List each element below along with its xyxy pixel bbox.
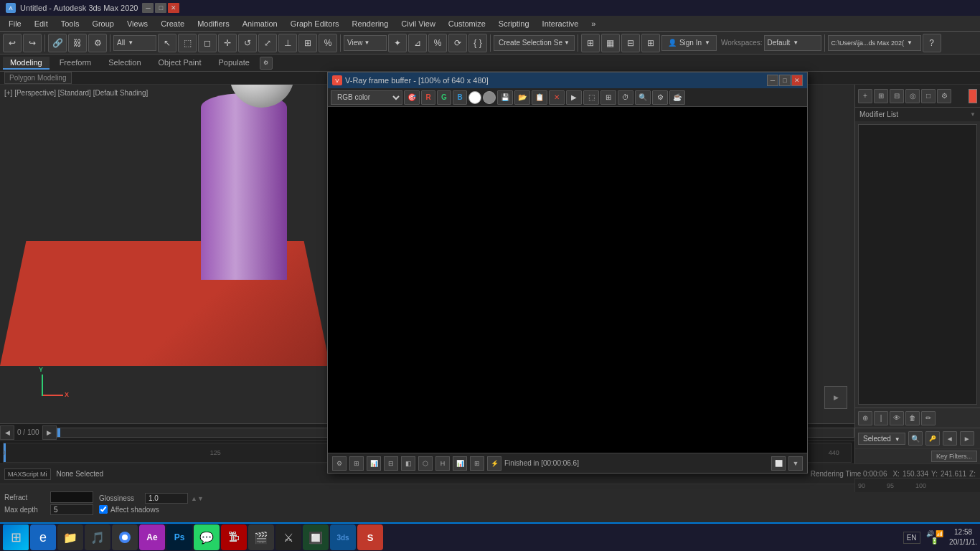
max-depth-input[interactable] xyxy=(50,504,93,515)
selected-dropdown[interactable]: Selected ▼ xyxy=(858,433,905,445)
menu-more[interactable]: » xyxy=(585,18,601,29)
vray-channel-r[interactable]: R xyxy=(421,90,435,105)
vray-open-button[interactable]: 📂 xyxy=(514,90,530,105)
maxscript-mini-listener[interactable]: MAXScript Mi xyxy=(4,468,51,480)
panel-hierarchy-icon[interactable]: ⊟ xyxy=(890,89,904,103)
percent2-button[interactable]: % xyxy=(428,34,447,52)
panel-utilities-icon[interactable]: ⚙ xyxy=(937,89,951,103)
rotate-button[interactable]: ↺ xyxy=(238,34,257,52)
unlink-button[interactable]: ⛓ xyxy=(68,34,87,52)
select-region-button[interactable]: ⬚ xyxy=(178,34,197,52)
vray-expand-button[interactable]: ⬜ xyxy=(771,456,786,471)
key-filters-btn[interactable]: 🔑 xyxy=(925,431,940,446)
taskbar-game[interactable]: ⚔ xyxy=(275,524,301,550)
toolbar-btn-d[interactable]: ⊞ xyxy=(641,34,660,52)
minimize-button[interactable]: ─ xyxy=(142,3,154,13)
vray-history-button[interactable]: ⏱ xyxy=(618,90,633,105)
vray-white-btn[interactable] xyxy=(468,91,481,104)
vray-status-btn-4[interactable]: ⊟ xyxy=(384,456,398,471)
search-icon[interactable]: 🔍 xyxy=(908,431,923,446)
vray-collapse-button[interactable]: ▼ xyxy=(788,456,803,471)
vray-channel-b[interactable]: B xyxy=(453,90,467,105)
snap-angle-button[interactable]: ⊿ xyxy=(408,34,427,52)
taskbar-whatsapp[interactable]: 💬 xyxy=(194,524,220,550)
tab-freeform[interactable]: Freeform xyxy=(52,57,99,70)
vray-status-btn-7[interactable]: H xyxy=(435,456,450,471)
key-filters-button[interactable]: Key Filters... xyxy=(931,451,977,462)
panel-tool-1[interactable]: ⊕ xyxy=(858,411,872,425)
redo-button[interactable]: ↪ xyxy=(23,34,42,52)
maximize-button[interactable]: □ xyxy=(155,3,166,13)
vray-render-button[interactable]: ▶ xyxy=(566,90,582,105)
tab-modeling[interactable]: Modeling xyxy=(3,57,50,70)
menu-tools[interactable]: Tools xyxy=(55,18,85,29)
close-button[interactable]: ✕ xyxy=(168,3,179,13)
vray-status-btn-5[interactable]: ◧ xyxy=(401,456,415,471)
align-button[interactable]: ⊞ xyxy=(298,34,317,52)
select-window-button[interactable]: ◻ xyxy=(198,34,217,52)
menu-edit[interactable]: Edit xyxy=(29,18,54,29)
vray-lens-button[interactable]: 🔍 xyxy=(635,90,651,105)
menu-graph-editors[interactable]: Graph Editors xyxy=(285,18,345,29)
taskbar-ae[interactable]: Ae xyxy=(139,524,165,550)
tab-selection[interactable]: Selection xyxy=(101,57,148,70)
modifier-list[interactable] xyxy=(858,124,977,405)
taskbar-3dsmax[interactable]: 3ds xyxy=(330,524,356,550)
vray-status-btn-6[interactable]: ⬡ xyxy=(418,456,433,471)
menu-animation[interactable]: Animation xyxy=(237,18,283,29)
menu-group[interactable]: Group xyxy=(86,18,120,29)
timeline-prev-button[interactable]: ◀ xyxy=(0,425,14,440)
panel-tool-3[interactable]: 👁 xyxy=(890,411,904,425)
taskbar-explorer[interactable]: 📁 xyxy=(57,524,83,550)
panel-nav-2[interactable]: ► xyxy=(960,431,974,446)
taskbar-smartgit[interactable]: S xyxy=(357,524,383,550)
tab-populate[interactable]: Populate xyxy=(211,57,256,70)
panel-motion-icon[interactable]: ◎ xyxy=(905,89,920,103)
tab-object-paint[interactable]: Object Paint xyxy=(151,57,209,70)
tab-options-button[interactable]: ⚙ xyxy=(260,57,273,70)
snap-button[interactable]: ✦ xyxy=(388,34,407,52)
bind-space-button[interactable]: ⚙ xyxy=(88,34,107,52)
vray-status-btn-2[interactable]: ⊞ xyxy=(349,456,364,471)
vray-status-btn-10[interactable]: ⚡ xyxy=(487,456,501,471)
vray-settings-button[interactable]: ⚙ xyxy=(652,90,668,105)
menu-file[interactable]: File xyxy=(3,18,27,29)
clock[interactable]: 12:58 20/1/1/1. xyxy=(949,527,977,547)
menu-interactive[interactable]: Interactive xyxy=(537,18,585,29)
percent-button[interactable]: % xyxy=(319,34,337,52)
taskbar-media[interactable]: 🎵 xyxy=(85,524,110,550)
affect-shadows-checkbox[interactable] xyxy=(99,505,108,514)
vray-copy-button[interactable]: 📋 xyxy=(532,90,547,105)
menu-customize[interactable]: Customize xyxy=(443,18,491,29)
panel-edit-icon[interactable]: ⊞ xyxy=(874,89,888,103)
wrap-button[interactable]: { } xyxy=(468,34,487,52)
vray-tea-button[interactable]: ☕ xyxy=(669,90,685,105)
panel-color-swatch[interactable] xyxy=(969,89,977,103)
taskbar-ie[interactable]: e xyxy=(30,524,56,550)
panel-create-icon[interactable]: + xyxy=(858,89,872,103)
taskbar-ps[interactable]: Ps xyxy=(166,524,192,550)
vray-eyedropper-button[interactable]: 🎯 xyxy=(404,90,420,105)
spinner-button[interactable]: ⟳ xyxy=(448,34,467,52)
menu-views[interactable]: Views xyxy=(121,18,154,29)
toolbar-btn-b[interactable]: ▦ xyxy=(601,34,620,52)
vray-channel-select[interactable]: RGB color xyxy=(331,90,402,105)
nav-cube[interactable]: ▶ xyxy=(824,386,847,409)
menu-create[interactable]: Create xyxy=(155,18,190,29)
panel-tool-4[interactable]: 🗑 xyxy=(905,411,920,425)
start-button[interactable]: ⊞ xyxy=(3,524,29,550)
create-selection-set[interactable]: Create Selection Se ▼ xyxy=(494,35,575,51)
toolbar-btn-c[interactable]: ⊟ xyxy=(621,34,640,52)
menu-scripting[interactable]: Scripting xyxy=(493,18,535,29)
vray-gray-btn[interactable] xyxy=(483,91,496,104)
vray-region-button[interactable]: ⬚ xyxy=(583,90,599,105)
vray-status-btn-1[interactable]: ⚙ xyxy=(332,456,347,471)
taskbar-winrar[interactable]: 🗜 xyxy=(221,524,247,550)
toolbar-btn-a[interactable]: ⊞ xyxy=(581,34,600,52)
vray-close-button[interactable]: ✕ xyxy=(791,75,803,86)
path-dropdown[interactable]: C:\Users\ja...ds Max 202( ▼ xyxy=(828,35,921,51)
language-indicator[interactable]: EN xyxy=(903,532,920,544)
vray-maximize-button[interactable]: □ xyxy=(779,75,791,86)
vray-status-btn-8[interactable]: 📊 xyxy=(453,456,467,471)
scale-button[interactable]: ⤢ xyxy=(258,34,277,52)
